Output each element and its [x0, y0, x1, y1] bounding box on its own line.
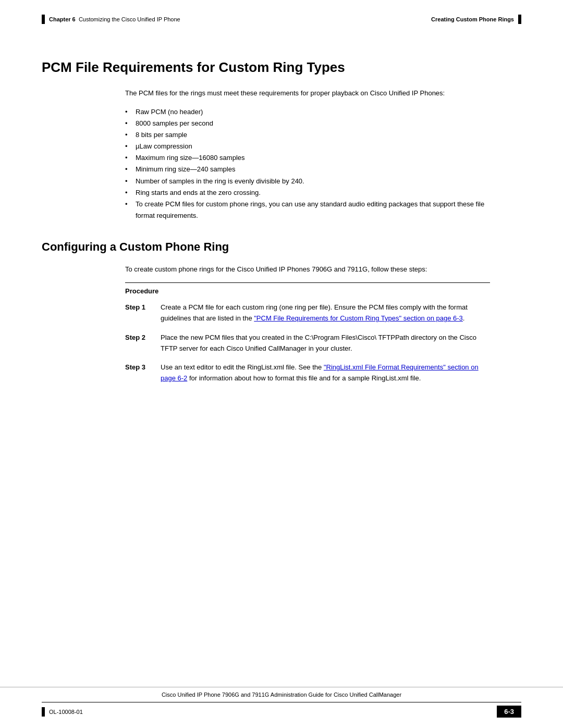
page-footer: Cisco Unified IP Phone 7906G and 7911G A… — [0, 687, 563, 728]
step1-label: Step 1 — [125, 299, 161, 329]
header-bar-left — [42, 15, 45, 24]
step3-text-before: Use an text editor to edit the RingList.… — [161, 363, 324, 371]
list-item: To create PCM files for custom phone rin… — [125, 199, 490, 221]
footer-bar-left — [42, 707, 45, 717]
footer-page-number: 6-3 — [497, 706, 521, 718]
step2-text: Place the new PCM files that you created… — [161, 334, 476, 352]
step1-link[interactable]: "PCM File Requirements for Custom Ring T… — [254, 314, 463, 322]
list-item: Maximum ring size—16080 samples — [125, 152, 490, 164]
list-item: 8000 samples per second — [125, 118, 490, 129]
table-row: Step 3 Use an text editor to edit the Ri… — [125, 359, 490, 389]
list-item: Number of samples in the ring is evenly … — [125, 176, 490, 187]
section2-content: To create custom phone rings for the Cis… — [125, 264, 490, 389]
section1-content: The PCM files for the rings must meet th… — [125, 88, 490, 221]
main-content: PCM File Requirements for Custom Ring Ty… — [0, 28, 563, 431]
section1-intro: The PCM files for the rings must meet th… — [125, 88, 490, 99]
procedure-section: Procedure — [125, 282, 490, 299]
footer-bottom: OL-10008-01 6-3 — [0, 702, 563, 728]
table-row: Step 2 Place the new PCM files that you … — [125, 329, 490, 360]
step3-label: Step 3 — [125, 359, 161, 389]
header-bar-right — [518, 15, 521, 24]
chapter-number: Chapter 6 — [49, 16, 76, 22]
chapter-title: Customizing the Cisco Unified IP Phone — [79, 16, 180, 22]
step3-content: Use an text editor to edit the RingList.… — [161, 359, 490, 389]
list-item: Ring starts and ends at the zero crossin… — [125, 187, 490, 199]
page: Chapter 6 Customizing the Cisco Unified … — [0, 0, 563, 728]
header-right: Creating Custom Phone Rings — [431, 15, 521, 24]
list-item: Raw PCM (no header) — [125, 106, 490, 118]
step1-text-after: . — [463, 314, 465, 322]
page-header: Chapter 6 Customizing the Cisco Unified … — [0, 0, 563, 28]
requirements-list: Raw PCM (no header) 8000 samples per sec… — [125, 106, 490, 221]
list-item: Minimum ring size—240 samples — [125, 164, 490, 175]
footer-doc-id: OL-10008-01 — [49, 709, 83, 715]
step2-content: Place the new PCM files that you created… — [161, 329, 490, 360]
section1-title: PCM File Requirements for Custom Ring Ty… — [42, 59, 521, 76]
section2-title: Configuring a Custom Phone Ring — [42, 240, 521, 254]
list-item: µLaw compression — [125, 141, 490, 152]
list-item: 8 bits per sample — [125, 129, 490, 141]
header-left: Chapter 6 Customizing the Cisco Unified … — [42, 15, 180, 24]
section2-intro: To create custom phone rings for the Cis… — [125, 264, 490, 275]
step2-label: Step 2 — [125, 329, 161, 360]
footer-bottom-left: OL-10008-01 — [42, 707, 83, 717]
table-row: Step 1 Create a PCM file for each custom… — [125, 299, 490, 329]
chapter-label: Chapter 6 Customizing the Cisco Unified … — [49, 16, 180, 22]
section-right-label: Creating Custom Phone Rings — [431, 16, 514, 22]
step3-text-after: for information about how to format this… — [187, 374, 421, 382]
footer-center-text: Cisco Unified IP Phone 7906G and 7911G A… — [0, 687, 563, 702]
step1-content: Create a PCM file for each custom ring (… — [161, 299, 490, 329]
steps-table: Step 1 Create a PCM file for each custom… — [125, 299, 490, 389]
procedure-label: Procedure — [125, 283, 490, 299]
